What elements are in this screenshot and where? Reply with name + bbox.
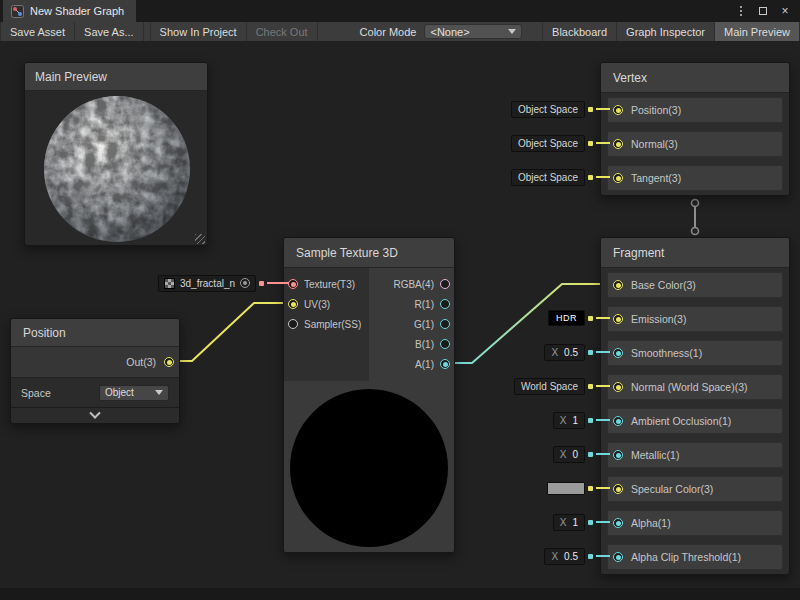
main-preview-toggle-button[interactable]: Main Preview xyxy=(715,22,800,41)
base-color-block[interactable]: Base Color(3) xyxy=(607,272,783,298)
b-output-row[interactable]: B(1) xyxy=(369,334,450,354)
position-space-badge[interactable]: Object Space xyxy=(511,96,610,122)
position-node-title[interactable]: Position xyxy=(11,319,179,347)
r-output-row[interactable]: R(1) xyxy=(369,294,450,314)
alpha-block[interactable]: Alpha(1) xyxy=(607,510,783,536)
color-mode-dropdown[interactable]: <None> xyxy=(424,24,522,39)
blackboard-toggle-button[interactable]: Blackboard xyxy=(542,22,617,41)
float-field[interactable]: X 0 xyxy=(553,446,585,463)
alpha-clip-value-badge[interactable]: X 0.5 xyxy=(544,543,610,569)
smoothness-input-port[interactable] xyxy=(613,348,623,358)
space-dropdown[interactable]: Object xyxy=(99,385,169,401)
position-out-row[interactable]: Out(3) xyxy=(11,347,179,377)
space-pill[interactable]: World Space xyxy=(514,378,585,395)
panel-resize-handle[interactable] xyxy=(195,234,205,244)
ambient-occlusion-input-port[interactable] xyxy=(613,416,623,426)
sample-texture-3d-node[interactable]: Sample Texture 3D Texture(T3) UV(3) Samp… xyxy=(283,237,455,553)
preview-sphere[interactable] xyxy=(41,93,193,246)
main-preview-panel[interactable]: Main Preview xyxy=(24,62,208,246)
float-field[interactable]: X 0.5 xyxy=(544,344,585,361)
uv-input-row[interactable]: UV(3) xyxy=(288,294,369,314)
fragment-row-label: Smoothness(1) xyxy=(631,347,702,359)
kebab-menu-icon[interactable] xyxy=(732,2,750,20)
ambient-occlusion-block[interactable]: Ambient Occlusion(1) xyxy=(607,408,783,434)
save-asset-button[interactable]: Save Asset xyxy=(0,22,75,41)
base-color-input-port[interactable] xyxy=(613,280,623,290)
object-picker-icon[interactable] xyxy=(240,278,250,288)
r-output-port[interactable] xyxy=(440,299,450,309)
vertex-tangent-block[interactable]: Tangent(3) xyxy=(607,165,783,191)
graph-canvas[interactable]: Main Preview xyxy=(0,42,800,588)
texture-asset-name: 3d_fractal_n xyxy=(180,278,235,289)
vertex-fragment-link[interactable] xyxy=(692,200,699,235)
specular-color-input-port[interactable] xyxy=(613,484,623,494)
smoothness-value-badge[interactable]: X 0.5 xyxy=(544,339,610,365)
close-icon[interactable]: × xyxy=(776,2,794,20)
texture-thumbnail-icon xyxy=(164,278,175,289)
space-pill[interactable]: Object Space xyxy=(511,101,585,118)
graph-inspector-toggle-button[interactable]: Graph Inspector xyxy=(617,22,715,41)
texture-asset-badge[interactable]: 3d_fractal_n xyxy=(158,273,289,293)
a-output-port[interactable] xyxy=(440,359,450,369)
sample-texture-node-title[interactable]: Sample Texture 3D xyxy=(284,238,454,268)
specular-color-block[interactable]: Specular Color(3) xyxy=(607,476,783,502)
main-preview-title[interactable]: Main Preview xyxy=(25,63,207,91)
g-output-port[interactable] xyxy=(440,319,450,329)
space-pill[interactable]: Object Space xyxy=(511,135,585,152)
position-input-port[interactable] xyxy=(613,105,623,115)
shader-graph-tab[interactable]: New Shader Graph xyxy=(3,0,136,22)
texture-object-field[interactable]: 3d_fractal_n xyxy=(158,275,256,292)
vertex-node-title[interactable]: Vertex xyxy=(601,63,789,93)
sampler-input-row[interactable]: Sampler(SS) xyxy=(288,314,369,334)
rgba-output-port[interactable] xyxy=(440,279,450,289)
float-field[interactable]: X 1 xyxy=(553,514,585,531)
show-in-project-button[interactable]: Show In Project xyxy=(150,22,247,41)
fragment-node-title[interactable]: Fragment xyxy=(601,238,789,268)
a-output-row[interactable]: A(1) xyxy=(369,354,450,374)
alpha-clip-block[interactable]: Alpha Clip Threshold(1) xyxy=(607,544,783,570)
float-field[interactable]: X 0.5 xyxy=(544,548,585,565)
position-node[interactable]: Position Out(3) Space Object xyxy=(10,318,180,424)
normal-ws-block[interactable]: Normal (World Space)(3) xyxy=(607,374,783,400)
vertex-context-node[interactable]: Vertex Position(3) Normal(3) Tangent(3) xyxy=(600,62,790,196)
uv-input-port[interactable] xyxy=(288,299,298,309)
emission-hdr-badge[interactable]: HDR xyxy=(548,305,610,331)
texture-input-port[interactable] xyxy=(288,279,298,289)
fragment-context-node[interactable]: Fragment Base Color(3) Emission(3) Smoot… xyxy=(600,237,790,575)
tangent-input-port[interactable] xyxy=(613,173,623,183)
vertex-position-block[interactable]: Position(3) xyxy=(607,97,783,123)
metallic-value-badge[interactable]: X 0 xyxy=(553,441,610,467)
ambient-occlusion-value-badge[interactable]: X 1 xyxy=(553,407,610,433)
normal-ws-input-port[interactable] xyxy=(613,382,623,392)
alpha-value-badge[interactable]: X 1 xyxy=(553,509,610,535)
emission-block[interactable]: Emission(3) xyxy=(607,306,783,332)
maximize-icon[interactable] xyxy=(754,2,772,20)
wire-position-out-to-uv[interactable] xyxy=(171,303,292,361)
normal-space-badge[interactable]: Object Space xyxy=(511,130,610,156)
tangent-space-badge[interactable]: Object Space xyxy=(511,164,610,190)
save-as-button[interactable]: Save As... xyxy=(75,22,144,41)
badge-wire xyxy=(596,385,610,387)
b-output-port[interactable] xyxy=(440,339,450,349)
alpha-input-port[interactable] xyxy=(613,518,623,528)
color-swatch[interactable] xyxy=(547,482,585,495)
g-output-row[interactable]: G(1) xyxy=(369,314,450,334)
normal-input-port[interactable] xyxy=(613,139,623,149)
vertex-normal-block[interactable]: Normal(3) xyxy=(607,131,783,157)
badge-port-dot xyxy=(588,486,593,491)
float-field[interactable]: X 1 xyxy=(553,412,585,429)
emission-input-port[interactable] xyxy=(613,314,623,324)
smoothness-block[interactable]: Smoothness(1) xyxy=(607,340,783,366)
metallic-block[interactable]: Metallic(1) xyxy=(607,442,783,468)
rgba-output-row[interactable]: RGBA(4) xyxy=(369,274,450,294)
sampler-input-port[interactable] xyxy=(288,319,298,329)
metallic-input-port[interactable] xyxy=(613,450,623,460)
normal-space-mode-badge[interactable]: World Space xyxy=(514,373,610,399)
space-pill[interactable]: Object Space xyxy=(511,169,585,186)
alpha-clip-input-port[interactable] xyxy=(613,552,623,562)
texture-input-row[interactable]: Texture(T3) xyxy=(288,274,369,294)
node-collapse-bar[interactable] xyxy=(11,407,179,424)
position-out-port[interactable] xyxy=(164,357,174,367)
hdr-field[interactable]: HDR xyxy=(548,310,585,326)
specular-color-swatch-badge[interactable] xyxy=(547,475,610,501)
